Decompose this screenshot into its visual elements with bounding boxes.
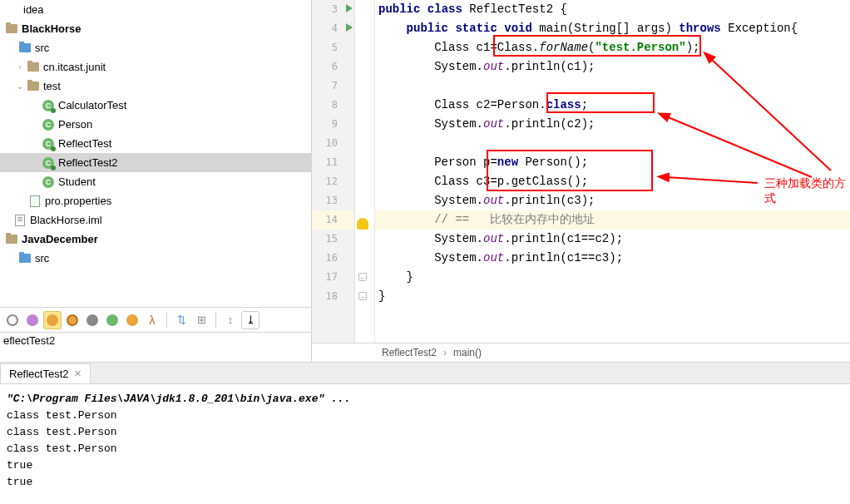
tree-label: CalculatorTest [58, 99, 126, 111]
gutter-line-11[interactable]: 11 [312, 153, 354, 172]
toolbar-btn-2[interactable] [23, 311, 42, 329]
separator [166, 313, 167, 328]
tree-label: ReflectTest2 [58, 156, 118, 169]
folder-icon [27, 61, 40, 74]
tree-label: Person [58, 118, 92, 131]
run-line-icon[interactable] [346, 23, 353, 32]
gutter-line-6[interactable]: 6 [312, 57, 354, 77]
gutter-line-4[interactable]: 4 [312, 19, 354, 38]
structure-toolbar: λ ⇅ ⊞ ↕ ⤓ [0, 307, 311, 332]
gutter-line-15[interactable]: 15 [312, 230, 354, 249]
gutter-line-16[interactable]: 16 [312, 249, 354, 268]
gutter-line-7[interactable]: 7 [312, 77, 354, 96]
toolbar-btn-9[interactable]: ⊞ [192, 311, 210, 329]
gutter-line-17[interactable]: 17 [312, 268, 354, 287]
gutter-line-5[interactable]: 5 [312, 38, 354, 57]
console-panel: ReflectTest2 ✕ "C:\Program Files\JAVA\jd… [0, 362, 850, 491]
class-icon [42, 99, 55, 112]
tree-item-src2[interactable]: src [0, 249, 311, 268]
tree-label: idea [23, 3, 44, 16]
tree-label: ReflectTest [58, 137, 111, 150]
src-folder-icon [18, 252, 32, 265]
src-folder-icon [18, 42, 32, 55]
class-icon [42, 118, 55, 131]
gutter-line-9[interactable]: 9 [312, 115, 354, 134]
tree-item-class-student[interactable]: Student [0, 172, 311, 191]
console-line: class test.Person [7, 424, 843, 441]
tree-item-class-calculator[interactable]: CalculatorTest [0, 96, 311, 115]
breadcrumb-file[interactable]: ReflectTest2 [382, 347, 437, 358]
class-icon [42, 175, 55, 189]
breadcrumb-separator: › [443, 347, 447, 358]
folder-icon [5, 233, 18, 246]
console-tab-reflecttest2[interactable]: ReflectTest2 ✕ [0, 363, 91, 383]
fold-end-icon[interactable]: – [358, 292, 367, 300]
class-icon [42, 137, 55, 151]
tree-label: cn.itcast.junit [43, 61, 106, 73]
toolbar-btn-6[interactable] [103, 311, 121, 329]
breadcrumb: ReflectTest2 › main() [312, 343, 850, 362]
console-line: class test.Person [7, 441, 843, 457]
file-icon [13, 214, 27, 227]
gutter-line-3[interactable]: 3 [312, 0, 354, 19]
tree-item-package-junit[interactable]: › cn.itcast.junit [0, 57, 311, 77]
toolbar-btn-5[interactable] [83, 311, 101, 329]
class-icon [42, 156, 55, 170]
tree-item-idea[interactable]: idea [0, 0, 311, 19]
tree-item-class-reflect[interactable]: ReflectTest [0, 134, 311, 153]
run-line-icon[interactable] [346, 4, 353, 12]
fold-end-icon[interactable]: – [358, 273, 367, 281]
tree-item-src[interactable]: src [0, 38, 311, 57]
toolbar-lambda-icon[interactable]: λ [143, 311, 161, 329]
line-number-gutter: 3 4 5 6 7 8 9 10 11 12 13 14 15 16 17 18 [312, 0, 355, 343]
tree-item-package-test[interactable]: ⌄ test [0, 77, 311, 96]
tree-label: src [35, 252, 49, 264]
console-line: true [7, 474, 843, 491]
tree-item-root[interactable]: BlackHorse [0, 19, 311, 38]
intention-bulb-icon[interactable] [357, 218, 368, 230]
gutter-line-12[interactable]: 12 [312, 172, 354, 191]
tree-label: test [43, 80, 61, 92]
gutter-line-13[interactable]: 13 [312, 191, 354, 210]
chevron-right-icon: › [13, 62, 27, 72]
toolbar-btn-11[interactable]: ⤓ [241, 311, 259, 329]
project-tree-panel: idea BlackHorse src › cn.itcast.junit ⌄ … [0, 0, 312, 362]
tree-label: pro.properties [45, 195, 111, 207]
editor-area: 3 4 5 6 7 8 9 10 11 12 13 14 15 16 17 18 [312, 0, 850, 362]
folder-icon [27, 80, 40, 93]
tree-item-class-person[interactable]: Person [0, 115, 311, 134]
console-output[interactable]: "C:\Program Files\JAVA\jdk1.8.0_201\bin\… [0, 384, 850, 491]
tree-item-class-reflect2[interactable]: ReflectTest2 [0, 153, 311, 172]
console-line: true [7, 457, 843, 474]
console-tabs: ReflectTest2 ✕ [0, 363, 850, 384]
toolbar-btn-7[interactable] [123, 311, 141, 329]
code-fold-margin: – – [355, 0, 375, 343]
console-command: "C:\Program Files\JAVA\jdk1.8.0_201\bin\… [7, 391, 843, 408]
gutter-line-8[interactable]: 8 [312, 96, 354, 115]
tree-item-prop-file[interactable]: pro.properties [0, 191, 311, 210]
toolbar-btn-8[interactable]: ⇅ [172, 311, 190, 329]
separator [215, 313, 216, 328]
truncated-text: eflectTest2 [0, 332, 311, 348]
folder-icon [5, 22, 18, 36]
gutter-line-14[interactable]: 14 [312, 210, 354, 230]
tree-label: JavaDecember [22, 233, 98, 245]
chevron-down-icon: ⌄ [13, 82, 27, 91]
toolbar-btn-1[interactable] [3, 311, 22, 329]
tree-item-iml-file[interactable]: BlackHorse.iml [0, 210, 311, 230]
close-icon[interactable]: ✕ [74, 368, 82, 379]
breadcrumb-method[interactable]: main() [453, 347, 482, 358]
toolbar-btn-3[interactable] [43, 311, 62, 329]
annotation-label: 三种加载类的方式 [764, 176, 850, 206]
properties-file-icon [28, 195, 42, 208]
tree-item-javadecember[interactable]: JavaDecember [0, 230, 311, 249]
tree-label: Student [58, 175, 96, 188]
toolbar-btn-10[interactable]: ↕ [221, 311, 240, 329]
tree-label: BlackHorse [22, 22, 82, 35]
toolbar-btn-4[interactable] [63, 311, 82, 329]
gutter-line-10[interactable]: 10 [312, 134, 354, 153]
code-editor[interactable]: public class ReflectTest2 { public stati… [375, 0, 850, 343]
gutter-line-18[interactable]: 18 [312, 287, 354, 306]
tree-label: BlackHorse.iml [30, 214, 102, 226]
tree-label: src [35, 42, 49, 54]
